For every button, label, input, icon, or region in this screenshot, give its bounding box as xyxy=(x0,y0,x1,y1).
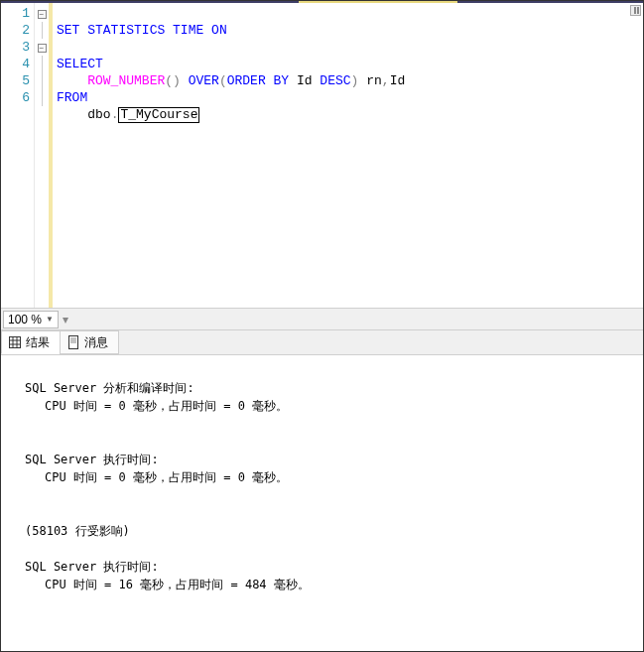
fold-gutter: − − xyxy=(35,3,49,308)
zoom-handle-icon[interactable]: ▾ xyxy=(63,313,68,326)
keyword: ORDER xyxy=(227,73,266,88)
tab-label: 结果 xyxy=(26,334,50,351)
line-number: 6 xyxy=(1,89,34,106)
identifier: Id xyxy=(390,73,406,88)
svg-rect-0 xyxy=(10,337,21,348)
line-number: 1 xyxy=(1,5,34,22)
tab-label: 消息 xyxy=(84,334,108,351)
tab-messages[interactable]: 消息 xyxy=(60,330,119,354)
zoom-bar: 100 % ▼ ▾ xyxy=(1,308,643,329)
keyword: SELECT xyxy=(57,57,103,71)
keyword: DESC xyxy=(320,73,350,88)
line-number-gutter: 1 2 3 4 5 6 xyxy=(1,3,35,308)
fold-toggle-icon[interactable]: − xyxy=(38,44,47,53)
identifier: Id xyxy=(297,73,313,88)
table-name: T_MyCourse xyxy=(118,107,199,123)
document-icon xyxy=(66,335,80,349)
line-number: 4 xyxy=(1,56,34,72)
keyword: OVER xyxy=(189,73,219,88)
line-number: 5 xyxy=(1,72,34,89)
tab-results[interactable]: 结果 xyxy=(1,330,61,354)
output-line: CPU 时间 = 0 毫秒，占用时间 = 0 毫秒。 xyxy=(25,397,633,415)
output-line: CPU 时间 = 16 毫秒，占用时间 = 484 毫秒。 xyxy=(25,576,633,593)
sql-editor[interactable]: 1 2 3 4 5 6 − − SET STATISTICS TIME ON S… xyxy=(1,3,643,308)
line-number: 2 xyxy=(1,22,34,39)
grid-icon xyxy=(8,335,22,349)
output-line: SQL Server 分析和编译时间: xyxy=(25,381,194,395)
zoom-dropdown[interactable]: 100 % ▼ xyxy=(3,311,59,328)
keyword: STATISTICS xyxy=(87,23,165,38)
code-area[interactable]: SET STATISTICS TIME ON SELECT ROW_NUMBER… xyxy=(53,3,643,308)
output-line: (58103 行受影响) xyxy=(25,524,130,538)
zoom-value: 100 % xyxy=(8,313,42,326)
function: ROW_NUMBER xyxy=(87,73,165,88)
line-number: 3 xyxy=(1,39,34,56)
split-handle-icon[interactable] xyxy=(630,5,641,16)
identifier: rn xyxy=(366,73,382,88)
fold-toggle-icon[interactable]: − xyxy=(38,10,47,19)
output-line: SQL Server 执行时间: xyxy=(25,453,159,466)
keyword: TIME xyxy=(173,23,203,38)
keyword: ON xyxy=(211,23,227,38)
messages-panel[interactable]: SQL Server 分析和编译时间: CPU 时间 = 0 毫秒，占用时间 =… xyxy=(1,355,643,651)
output-line: CPU 时间 = 0 毫秒，占用时间 = 0 毫秒。 xyxy=(25,468,633,486)
schema: dbo xyxy=(87,107,110,122)
keyword: SET xyxy=(57,23,79,38)
keyword: BY xyxy=(274,73,290,88)
keyword: FROM xyxy=(57,90,87,105)
chevron-down-icon: ▼ xyxy=(46,315,54,324)
output-tabs: 结果 消息 xyxy=(1,329,643,355)
output-line: SQL Server 执行时间: xyxy=(25,560,159,574)
